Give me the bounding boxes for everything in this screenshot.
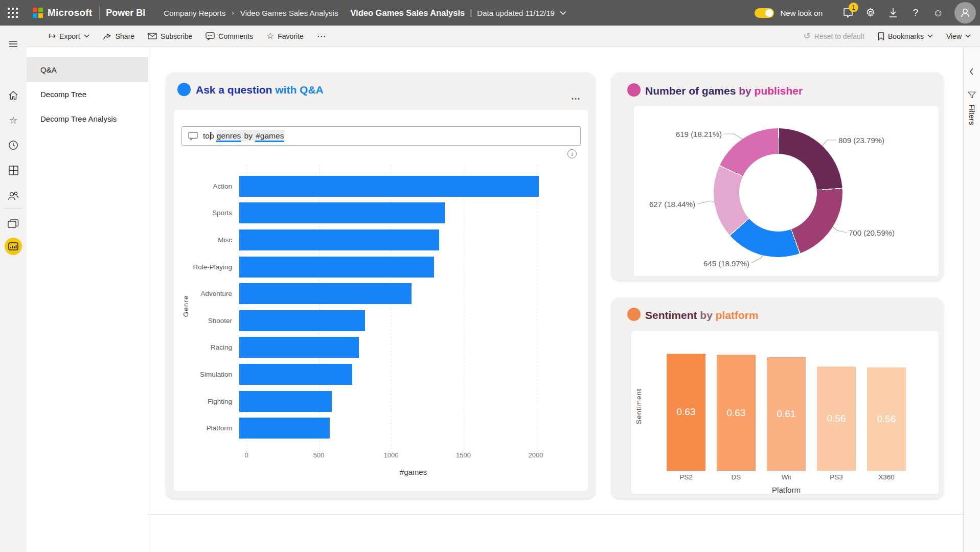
nav-item-label: Decomp Tree Analysis [40,114,117,123]
bookmarks-button[interactable]: Bookmarks [878,32,933,40]
bar-row: Adventure [174,280,580,307]
share-label: Share [116,32,134,40]
title-chevron-down-icon[interactable] [560,11,566,15]
bar-role-playing[interactable] [239,257,434,278]
donut-label-627: 627 (18.44%) [638,200,695,209]
share-button[interactable]: Share [103,32,134,40]
waffle-menu-button[interactable] [0,0,26,26]
category-label: Platform [174,424,239,432]
category-label: Simulation [174,371,239,378]
new-look-label: New look on [780,9,823,17]
bar-row: Simulation [174,361,580,388]
home-button[interactable] [0,85,27,105]
donut-label-619: 619 (18.21%) [665,130,722,139]
bar-platform[interactable] [239,418,330,439]
download-button[interactable] [882,0,904,26]
power-bi-workspace-icon [5,238,22,255]
notifications-button[interactable]: 1 [837,0,859,26]
qa-info-icon[interactable]: i [567,149,577,158]
bar-misc[interactable] [239,229,439,250]
shared-with-me-button[interactable] [0,186,27,206]
export-button[interactable]: ↦ Export [49,31,89,41]
qa-question-text: top genres by #games [203,131,284,141]
more-options-icon: ⋯ [317,31,327,42]
bar-fighting[interactable] [239,391,332,412]
report-title-group[interactable]: Video Games Sales Analysis | Data update… [350,8,566,18]
view-button[interactable]: View [946,32,971,40]
bar-ds[interactable]: 0.63 [717,355,756,471]
bar-value-label: 0.63 [677,406,696,418]
new-look-toggle[interactable] [755,8,774,18]
report-title: Video Games Sales Analysis [350,8,465,18]
feedback-button[interactable]: ☺ [927,0,949,26]
sentiment-x-axis-labels: PS2 DS Wii PS3 X360 [667,473,906,481]
notifications-badge: 1 [849,3,858,12]
nav-hamburger-button[interactable] [0,34,27,54]
filters-funnel-icon [968,91,976,101]
bar-action[interactable] [239,176,539,197]
nav-item-qa[interactable]: Q&A [27,57,148,82]
bar-row: Role-Playing [174,254,580,281]
more-options-button[interactable]: ⋯ [317,31,327,42]
share-icon [103,32,112,40]
rail-divider [4,208,22,209]
qa-visual-panel: top genres by #games I i Genre Action Sp… [174,110,588,491]
bar-simulation[interactable] [239,364,352,385]
category-label: Action [174,182,239,190]
comment-icon [206,32,215,40]
apps-button[interactable] [0,160,27,180]
help-button[interactable]: ? [904,0,927,26]
bar-ps2[interactable]: 0.63 [667,354,705,471]
bar-sports[interactable] [239,202,445,223]
bar-adventure[interactable] [239,283,412,304]
person-icon [959,7,971,19]
qa-card-title-secondary: with Q&A [275,84,324,96]
export-label: Export [59,32,80,40]
waffle-icon [8,8,18,18]
nav-item-decomp-tree[interactable]: Decomp Tree [27,82,148,106]
nav-item-decomp-tree-analysis[interactable]: Decomp Tree Analysis [27,106,148,131]
account-avatar[interactable] [954,2,976,24]
bar-value-label: 0.56 [877,413,896,425]
export-chevron-icon [84,34,89,38]
bar-wii[interactable]: 0.61 [767,357,806,471]
envelope-icon [148,33,157,39]
favorite-button[interactable]: ☆ Favorite [266,31,304,41]
subscribe-button[interactable]: Subscribe [148,32,192,40]
publisher-donut-chart[interactable] [714,128,842,257]
actionbar-left: ↦ Export Share Subscribe [49,31,340,42]
bar-x360[interactable]: 0.56 [867,367,906,471]
bar-value-label: 0.56 [827,413,846,424]
bar-ps3[interactable]: 0.56 [817,366,856,471]
workspaces-button[interactable] [0,214,27,234]
breadcrumb-report[interactable]: Video Games Sales Analysis [240,9,338,17]
category-label: Misc [174,236,239,244]
category-label: Sports [174,209,239,217]
bar-row: Misc [174,226,580,254]
qa-term-games: #games [255,130,284,142]
reset-to-default-button[interactable]: ↺ Reset to default [804,31,864,41]
comments-label: Comments [218,32,253,40]
recent-button[interactable] [0,135,27,155]
favorites-button[interactable]: ☆ [0,110,27,130]
comments-button[interactable]: Comments [206,32,253,40]
my-workspace-button[interactable] [0,236,27,257]
bar-value-label: 0.61 [777,408,796,420]
qa-card-title-primary: Ask a question [196,84,272,96]
nav-item-label: Q&A [40,65,57,74]
bar-row: Platform [174,415,580,442]
bar-shooter[interactable] [239,310,365,331]
bookmarks-chevron-icon [927,34,933,38]
expand-filters-button[interactable] [968,67,976,78]
qa-card-bullet-icon [177,83,191,96]
sentiment-bar-chart: 0.63 0.63 0.61 0.56 0.56 [667,341,906,471]
top-bar: Microsoft Power BI Company Reports › Vid… [0,0,980,26]
publisher-title-1: Number of games [645,85,736,97]
qa-question-input[interactable]: top genres by #games I [181,126,581,146]
microsoft-logo[interactable]: Microsoft [33,7,92,18]
settings-button[interactable] [859,0,882,26]
bar-racing[interactable] [239,337,359,358]
qa-card-more-button[interactable]: ⋯ [571,93,581,104]
breadcrumb-section[interactable]: Company Reports [164,9,225,17]
star-icon: ☆ [9,114,17,126]
